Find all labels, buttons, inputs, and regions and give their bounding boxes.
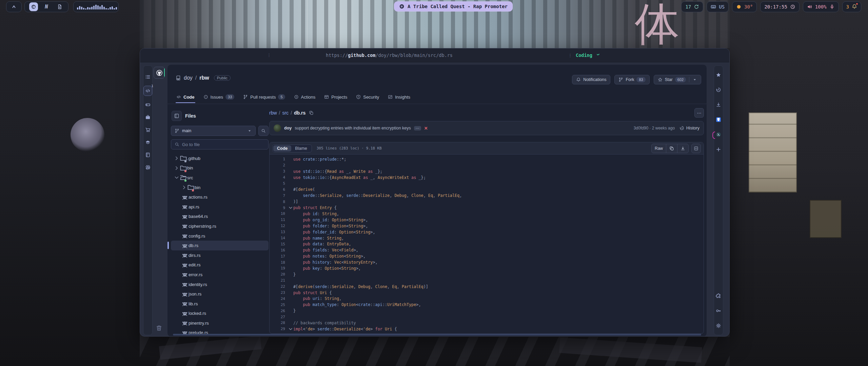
tab-github[interactable] — [154, 67, 165, 79]
commit-message[interactable]: support decrypting entries with individu… — [295, 126, 411, 130]
tray-notifications[interactable]: 3 — [842, 1, 861, 12]
tree-file-pinentry.rs[interactable]: pinentry.rs — [171, 318, 269, 328]
line-number[interactable]: 18 — [270, 260, 288, 265]
tree-file-dirs.rs[interactable]: dirs.rs — [171, 250, 269, 260]
star-caret-icon[interactable] — [692, 77, 697, 82]
sidebar-item-workspace-work[interactable] — [144, 114, 152, 121]
commit-author[interactable]: doy — [284, 126, 292, 130]
line-number[interactable]: 16 — [270, 248, 288, 252]
collapse-chevron-icon[interactable] — [288, 326, 293, 332]
branch-selector[interactable]: main — [171, 126, 256, 136]
latest-commit-bar[interactable]: doy support decrypting entries with indi… — [269, 121, 704, 135]
sidebar-item-bitwarden-extension[interactable] — [715, 116, 722, 123]
sidebar-item-workspace-study[interactable] — [144, 139, 152, 146]
sidebar-item-passwords[interactable] — [715, 307, 722, 314]
repo-owner-link[interactable]: doy — [184, 75, 193, 81]
sidebar-item-panel-list[interactable] — [144, 73, 152, 81]
line-number[interactable]: 8 — [270, 200, 288, 204]
sidebar-item-workspace-code[interactable]: 1 — [143, 86, 152, 96]
tab-actions[interactable]: Actions — [291, 92, 319, 103]
tree-file-cipherstring.rs[interactable]: cipherstring.rs — [171, 221, 269, 231]
line-number[interactable]: 6 — [270, 187, 288, 192]
fork-button[interactable]: Fork 83 — [614, 75, 649, 84]
tree-file-locked.rs[interactable]: locked.rs — [171, 309, 269, 319]
tree-search-button[interactable] — [258, 126, 269, 136]
line-number[interactable]: 17 — [270, 254, 288, 259]
sidebar-item-workspace-shopping[interactable] — [144, 126, 152, 134]
line-number[interactable]: 12 — [270, 224, 288, 228]
line-number[interactable]: 4 — [270, 175, 288, 180]
tab-security[interactable]: Security — [353, 92, 382, 103]
tree-file-config.rs[interactable]: config.rs — [171, 231, 269, 241]
collapse-panel-button[interactable] — [172, 111, 182, 121]
chevron-right-icon[interactable] — [174, 165, 180, 171]
url-bar[interactable]: ⋮ https://github.com/doy/rbw/blob/main/s… — [140, 48, 729, 62]
line-number[interactable]: 2 — [270, 163, 288, 167]
sidebar-item-add-panel[interactable] — [715, 146, 722, 153]
document-app[interactable] — [55, 2, 64, 11]
chevron-right-icon[interactable] — [181, 184, 187, 190]
tree-dir-bin[interactable]: bin — [171, 163, 269, 173]
commit-sha-date[interactable]: 3d0fd90 · 2 weeks ago — [634, 126, 675, 130]
line-number[interactable]: 11 — [270, 218, 288, 222]
tab-insights[interactable]: Insights — [384, 92, 414, 103]
copy-file-button[interactable] — [666, 144, 677, 153]
tree-file-actions.rs[interactable]: actions.rs — [171, 192, 269, 202]
line-number[interactable]: 22 — [270, 284, 288, 289]
urlbar-drag-handle[interactable]: ⋮ — [267, 53, 271, 58]
tree-dir-src[interactable]: src — [171, 173, 269, 183]
line-number[interactable]: 13 — [270, 230, 288, 234]
tab-issues[interactable]: Issues33 — [200, 92, 238, 103]
line-number[interactable]: 7 — [270, 194, 288, 198]
horizontal-scrollbar[interactable] — [173, 334, 701, 336]
browser-app[interactable] — [29, 2, 38, 11]
tray-keyboard-layout[interactable]: US — [707, 1, 729, 12]
now-playing-widget[interactable]: A Tribe Called Quest - Rap Promoter — [394, 1, 513, 12]
sidebar-item-workspace-games[interactable] — [144, 101, 152, 108]
tab-code[interactable]: Code — [173, 92, 198, 103]
sidebar-item-extension-profile[interactable] — [715, 131, 722, 138]
sidebar-item-workspace-journal[interactable] — [144, 151, 152, 159]
line-number[interactable]: 5 — [270, 181, 288, 186]
status-drag-handle[interactable]: ⋮ — [568, 53, 572, 58]
sidebar-item-workspace-private[interactable] — [144, 164, 152, 171]
code-tab[interactable]: Code — [273, 145, 291, 151]
line-number[interactable]: 20 — [270, 272, 288, 277]
tree-file-db.rs[interactable]: db.rs — [171, 241, 269, 250]
notifications-button[interactable]: Notifications — [572, 75, 610, 84]
line-number[interactable]: 27 — [270, 315, 288, 319]
tree-file-edit.rs[interactable]: edit.rs — [171, 260, 269, 270]
notes-app[interactable]: N — [42, 2, 51, 11]
tray-clock[interactable]: 20:17:55 — [760, 1, 799, 12]
sidebar-item-downloads[interactable] — [715, 101, 722, 108]
star-button[interactable]: Star 602 — [654, 75, 701, 84]
tree-dir-.github[interactable]: .github — [171, 154, 269, 163]
commit-ellipsis-badge[interactable]: ⋯ — [414, 126, 421, 130]
tray-weather[interactable]: 30° — [732, 1, 757, 12]
trash-icon[interactable] — [156, 325, 162, 331]
history-link[interactable]: History — [679, 126, 699, 130]
download-file-button[interactable] — [677, 144, 688, 153]
breadcrumb-dir-link[interactable]: src — [282, 110, 289, 116]
chevron-down-icon[interactable] — [174, 175, 180, 181]
line-number[interactable]: 28 — [270, 321, 288, 325]
collapse-chevron-icon[interactable] — [288, 205, 293, 210]
line-number[interactable]: 1 — [270, 157, 288, 161]
sidebar-item-extensions[interactable] — [715, 292, 722, 300]
repo-name-link[interactable]: rbw — [199, 75, 209, 81]
tab-pull-requests[interactable]: Pull requests5 — [240, 92, 288, 103]
go-to-file-input[interactable]: Go to file — [171, 139, 269, 149]
url-text[interactable]: https://github.com/doy/rbw/blob/main/src… — [310, 48, 469, 62]
line-number[interactable]: 9 — [270, 206, 288, 210]
line-number[interactable]: 23 — [270, 290, 288, 295]
commit-author-avatar[interactable] — [274, 124, 281, 132]
tree-file-identity.rs[interactable]: identity.rs — [171, 280, 269, 289]
chevron-right-icon[interactable] — [174, 155, 180, 161]
file-options-kebab-button[interactable]: ⋯ — [694, 108, 704, 118]
copy-path-icon[interactable] — [309, 110, 314, 115]
line-number[interactable]: 21 — [270, 278, 288, 283]
tree-file-base64.rs[interactable]: base64.rs — [171, 212, 269, 222]
line-number[interactable]: 26 — [270, 309, 288, 313]
expand-view-button[interactable] — [691, 144, 701, 153]
tree-dir-bin[interactable]: bin — [171, 183, 269, 192]
